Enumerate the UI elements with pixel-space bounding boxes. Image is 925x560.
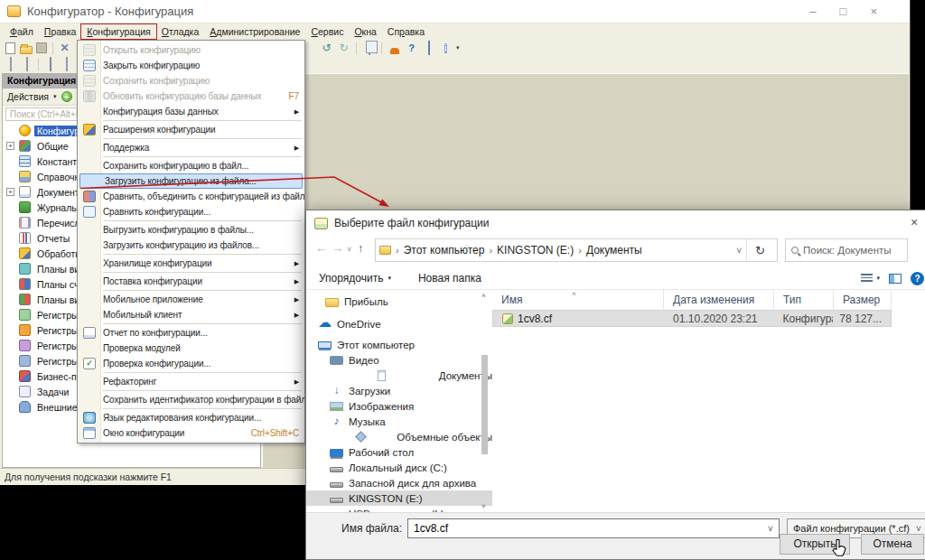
menu-item[interactable]: ✓Проверка конфигурации...: [78, 356, 304, 371]
up-icon[interactable]: ↑: [358, 241, 364, 255]
nav-item[interactable]: Видео: [306, 352, 492, 368]
filename-input[interactable]: [408, 522, 762, 535]
minimize-button[interactable]: –: [809, 5, 816, 18]
toolbar-overflow-icon[interactable]: ▾: [456, 44, 460, 51]
menu-item[interactable]: Сохранить конфигурацию в файл...: [78, 158, 304, 173]
nav-item[interactable]: Документы: [306, 368, 492, 383]
open-icon[interactable]: [20, 46, 33, 54]
nav-item[interactable]: Загрузки: [306, 383, 492, 398]
view-mode-button[interactable]: ▾: [861, 274, 880, 284]
menu-item[interactable]: Открыть конфигурацию: [78, 42, 304, 58]
save-icon[interactable]: [36, 42, 47, 53]
menu-item[interactable]: Конфигурация базы данных▶: [78, 104, 304, 119]
column-header[interactable]: Дата изменения: [664, 290, 774, 310]
preview-pane-icon[interactable]: [889, 274, 902, 284]
menubar-item[interactable]: Сервис: [305, 24, 349, 39]
menu-item[interactable]: Мобильный клиент▶: [78, 307, 304, 322]
organize-button[interactable]: Упорядочить ▾: [319, 272, 391, 285]
menu-item[interactable]: Расширения конфигурации: [78, 122, 304, 137]
nav-item[interactable]: Изображения: [306, 398, 492, 414]
maximize-button[interactable]: □: [840, 5, 847, 18]
history-dropdown-icon[interactable]: ˅: [347, 245, 351, 254]
menu-item[interactable]: Обновить конфигурацию базы данныхF7: [78, 89, 304, 104]
breadcrumb-segment[interactable]: Этот компьютер: [404, 244, 485, 257]
filename-dropdown-icon[interactable]: ˅: [762, 524, 779, 534]
actions-dropdown-icon[interactable]: ▾: [53, 93, 57, 100]
add-item-icon[interactable]: +: [61, 91, 72, 102]
menu-item[interactable]: Сравнить, объединить с конфигурацией из …: [78, 189, 304, 204]
cut-icon[interactable]: ✕: [58, 42, 71, 55]
database-icon[interactable]: [43, 58, 57, 71]
address-bar[interactable]: ›Этот компьютер›KINGSTON (E:)›Документы …: [375, 238, 778, 262]
menubar-item[interactable]: Справка: [382, 24, 430, 39]
expander-icon[interactable]: +: [6, 188, 14, 196]
edit-table-icon[interactable]: [20, 58, 33, 71]
menu-item[interactable]: Отчет по конфигурации...: [78, 325, 304, 341]
search-box[interactable]: Поиск: Документы: [785, 238, 908, 262]
column-header[interactable]: Тип: [774, 290, 834, 310]
breadcrumb-segment[interactable]: Документы: [586, 244, 642, 257]
nav-item[interactable]: Прибыль: [306, 294, 492, 309]
menubar-item[interactable]: Конфигурация: [81, 24, 155, 39]
help-contents-icon[interactable]: [422, 42, 435, 55]
nav-item[interactable]: OneDrive: [306, 316, 492, 331]
menu-item[interactable]: Окно конфигурацииCtrl+Shift+C: [78, 425, 304, 441]
breadcrumb-segment[interactable]: KINGSTON (E:): [497, 244, 574, 257]
menubar-item[interactable]: Окна: [349, 24, 381, 39]
column-header[interactable]: Размер: [834, 290, 892, 310]
nav-scrollbar[interactable]: ˄ ˅: [481, 292, 490, 510]
config-table-icon[interactable]: [4, 58, 17, 71]
menu-item[interactable]: Хранилище конфигурации▶: [78, 256, 304, 271]
menubar-item[interactable]: Правка: [39, 24, 81, 39]
new-folder-button[interactable]: Новая папка: [418, 272, 481, 285]
menu-item[interactable]: Проверка модулей: [78, 341, 304, 356]
nav-item[interactable]: KINGSTON (E:): [306, 490, 492, 506]
new-document-icon[interactable]: [5, 42, 15, 54]
scroll-down-icon[interactable]: ˅: [481, 502, 486, 510]
cancel-button[interactable]: Отмена: [861, 534, 924, 555]
refresh-icon[interactable]: ↻: [746, 239, 773, 261]
expander-icon[interactable]: +: [6, 142, 14, 150]
copy-icon[interactable]: [369, 41, 370, 55]
menu-item[interactable]: Сохранить идентификатор конфигурации в ф…: [78, 392, 304, 407]
menu-item[interactable]: Выгрузить конфигурацию в файлы...: [78, 222, 304, 238]
menubar-item[interactable]: Отладка: [156, 24, 205, 39]
menubar-item[interactable]: Администрирование: [204, 24, 305, 39]
nav-item[interactable]: USB-накопитель (I:): [306, 506, 492, 512]
nav-item[interactable]: Этот компьютер: [306, 337, 492, 352]
help-icon[interactable]: ?: [911, 272, 924, 285]
menu-item[interactable]: Мобильное приложение▶: [78, 292, 304, 307]
nav-item[interactable]: Запасной диск для архива: [306, 475, 492, 490]
back-icon[interactable]: ←: [315, 241, 327, 255]
menu-item[interactable]: Закрыть конфигурацию: [78, 58, 304, 73]
menu-item[interactable]: Сравнить конфигурации...: [78, 204, 304, 219]
help-search-icon[interactable]: ?: [405, 42, 418, 55]
forward-icon[interactable]: →: [332, 241, 343, 255]
scroll-up-icon[interactable]: ˄: [481, 292, 486, 300]
about-icon[interactable]: i: [439, 42, 453, 55]
menu-item[interactable]: Поставка конфигурации▶: [78, 274, 304, 289]
menu-item[interactable]: Загрузить конфигурацию из файла...: [79, 173, 303, 189]
actions-button[interactable]: Действия: [7, 91, 49, 102]
dialog-close-icon[interactable]: ×: [904, 215, 924, 229]
menubar-item[interactable]: Файл: [5, 24, 39, 39]
address-dropdown-icon[interactable]: ˅: [736, 246, 742, 256]
constants-icon: [19, 155, 31, 167]
column-header[interactable]: Имя: [492, 290, 664, 310]
menu-item[interactable]: Сохранить конфигурацию: [78, 73, 304, 89]
menu-item[interactable]: Поддержка▶: [78, 140, 304, 155]
file-row[interactable]: 1cv8.cf01.10.2020 23:21Конфигура...78 12…: [492, 310, 892, 327]
nav-item[interactable]: Объемные объекты: [306, 429, 492, 444]
close-button[interactable]: ×: [870, 5, 877, 18]
nav-item[interactable]: Локальный диск (C:): [306, 460, 492, 475]
menu-item[interactable]: Загрузить конфигурацию из файлов...: [78, 238, 304, 253]
syntax-assistant-icon[interactable]: [388, 42, 401, 55]
nav-item[interactable]: Рабочий стол: [306, 444, 492, 460]
split-window-icon[interactable]: [60, 58, 73, 71]
redo-icon[interactable]: ↻: [337, 42, 350, 55]
undo-icon[interactable]: ↺: [320, 42, 333, 55]
nav-item[interactable]: Музыка: [306, 414, 492, 429]
scrollbar-thumb[interactable]: [481, 355, 488, 454]
menu-item[interactable]: Язык редактирования конфигурации...: [78, 410, 304, 425]
menu-item[interactable]: Рефакторинг▶: [78, 374, 304, 389]
